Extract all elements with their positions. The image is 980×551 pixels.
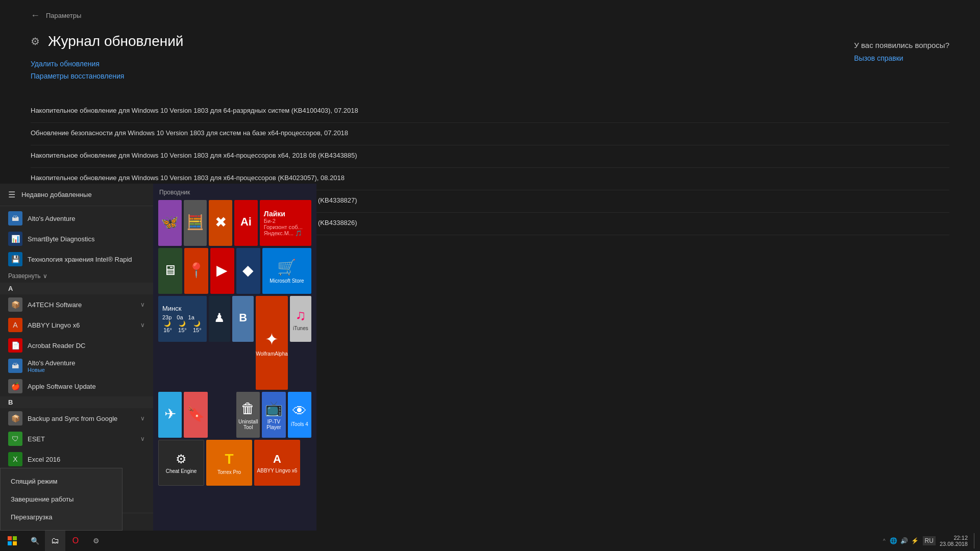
uninstall-icon: 🗑 bbox=[241, 400, 255, 417]
action-links: Удалить обновления Параметры восстановле… bbox=[31, 60, 949, 80]
laiki-title: Лайки bbox=[264, 210, 285, 218]
tile-x-app[interactable]: ✖ bbox=[209, 200, 232, 246]
wolfram-label: WolframAlpha bbox=[256, 351, 288, 357]
app-excel[interactable]: X Excel 2016 bbox=[0, 449, 153, 469]
tile-screen[interactable]: 🖥 bbox=[158, 248, 182, 294]
app-icon: 📦 bbox=[8, 411, 22, 425]
sleep-menu-item[interactable]: Спящий режим bbox=[1, 472, 122, 490]
app-icon: 🍎 bbox=[8, 379, 22, 393]
section-b-header: В bbox=[0, 396, 153, 408]
svg-rect-3 bbox=[13, 541, 17, 545]
tile-uninstall[interactable]: 🗑 Uninstall Tool bbox=[236, 392, 260, 438]
torrex-label: Torrex Pro bbox=[217, 469, 241, 475]
app-altos[interactable]: 🏔 Alto's Adventure bbox=[0, 208, 153, 229]
adobe-icon: Ai bbox=[240, 215, 252, 229]
system-tray-chevron-icon[interactable]: ^ bbox=[883, 538, 886, 544]
tile-maps[interactable]: 📍 bbox=[184, 248, 208, 294]
taskbar-opera-button[interactable]: O bbox=[65, 531, 86, 551]
tiles-row-2: 🖥 📍 ▶ ◆ 🛒 Microsoft Store bbox=[158, 248, 311, 294]
tile-steam[interactable]: ♟ bbox=[209, 296, 230, 342]
app-new-badge: Новые bbox=[28, 367, 76, 373]
right-panel: У вас появились вопросы? Вызов справки bbox=[854, 41, 949, 63]
back-button[interactable]: ← bbox=[31, 10, 40, 21]
app-acrobat[interactable]: 📄 Acrobat Reader DC bbox=[0, 335, 153, 356]
tile-wolfram[interactable]: ✦ WolframAlpha bbox=[256, 296, 288, 390]
tile-weather[interactable]: Минск 23р0а1а 🌙16°🌙15°🌙15° bbox=[158, 296, 207, 342]
remove-updates-link[interactable]: Удалить обновления bbox=[31, 60, 949, 68]
app-a4tech[interactable]: 📦 A4TECH Software ∨ bbox=[0, 294, 153, 315]
app-icon: 📄 bbox=[8, 338, 22, 353]
vk-icon: В bbox=[239, 311, 247, 324]
app-backup[interactable]: 📦 Backup and Sync from Google ∨ bbox=[0, 408, 153, 429]
tile-telegram[interactable]: ✈ bbox=[158, 392, 182, 438]
taskbar-right: ^ 🌐 🔊 ⚡ RU 22:12 23.08.2018 bbox=[883, 533, 980, 548]
abbyy-label: ABBYY Lingvo x6 bbox=[257, 468, 298, 473]
wolfram-spacer bbox=[210, 392, 234, 438]
tile-laiki[interactable]: Лайки Би-2 Горизонт соб... Яндекс.М... 🎵 bbox=[260, 200, 311, 246]
tile-adobe[interactable]: Ai bbox=[234, 200, 258, 246]
iptv-label: IP-TV Player bbox=[262, 419, 285, 430]
app-expand-icon[interactable]: ∨ bbox=[140, 415, 145, 422]
tile-youtube[interactable]: ▶ bbox=[210, 248, 234, 294]
tile-bookmarks[interactable]: 🔖 bbox=[184, 392, 207, 438]
tiles-row-1: 🦋 🧮 ✖ Ai Лайки Би-2 Горизонт соб... Янде… bbox=[158, 200, 311, 246]
show-desktop-button[interactable] bbox=[974, 533, 976, 548]
screen-icon: 🖥 bbox=[163, 262, 177, 279]
app-intel[interactable]: 💾 Технология хранения Intel® Rapid bbox=[0, 249, 153, 269]
app-expand-icon[interactable]: ∨ bbox=[140, 321, 145, 329]
tile-itools[interactable]: 👁 iTools 4 bbox=[288, 392, 311, 438]
app-name: Acrobat Reader DC bbox=[28, 342, 85, 349]
taskbar-file-explorer-button[interactable]: 🗂 bbox=[45, 531, 65, 551]
telegram-icon: ✈ bbox=[164, 406, 176, 422]
tile-vk[interactable]: В bbox=[232, 296, 254, 342]
app-apple[interactable]: 🍎 Apple Software Update bbox=[0, 376, 153, 396]
app-name: Alto's Adventure bbox=[28, 359, 76, 367]
app-name: Backup and Sync from Google bbox=[28, 415, 117, 422]
tile-butterfly[interactable]: 🦋 bbox=[158, 200, 182, 246]
svg-rect-1 bbox=[13, 536, 17, 540]
app-icon: X bbox=[8, 452, 22, 466]
app-icon: 🛡 bbox=[8, 432, 22, 446]
app-smartbyte[interactable]: 📊 SmartByte Diagnostics bbox=[0, 229, 153, 249]
tile-abbyy-lingvo[interactable]: A ABBYY Lingvo x6 bbox=[254, 440, 300, 486]
app-name: ESET bbox=[28, 435, 45, 443]
app-icon: A bbox=[8, 318, 22, 332]
recently-added-label: Недавно добавленные bbox=[21, 191, 92, 198]
youtube-icon: ▶ bbox=[216, 262, 228, 279]
app-eset[interactable]: 🛡 ESET ∨ bbox=[0, 429, 153, 449]
shutdown-menu-item[interactable]: Завершение работы bbox=[1, 490, 122, 508]
app-altos2[interactable]: 🏔 Alto's Adventure Новые bbox=[0, 356, 153, 376]
tile-torrex-pro[interactable]: T Torrex Pro bbox=[206, 440, 252, 486]
start-menu-right: Проводник 🦋 🧮 ✖ Ai Лайки Би-2 Горизонт с… bbox=[153, 184, 316, 531]
app-abbyy[interactable]: A ABBYY Lingvo x6 ∨ bbox=[0, 315, 153, 335]
wolfram-icon: ✦ bbox=[265, 330, 279, 349]
taskbar-clock[interactable]: 22:12 23.08.2018 bbox=[940, 535, 968, 547]
network-icon: 🌐 bbox=[890, 537, 897, 544]
app-name: Технология хранения Intel® Rapid bbox=[28, 256, 132, 263]
tile-calculator[interactable]: 🧮 bbox=[184, 200, 207, 246]
taskbar-settings-button[interactable]: ⚙ bbox=[86, 531, 106, 551]
tile-itunes[interactable]: ♫ iTunes bbox=[290, 296, 311, 342]
app-expand-icon[interactable]: ∨ bbox=[140, 301, 145, 308]
tiles-section-label: Проводник bbox=[158, 189, 311, 196]
tile-ms-store[interactable]: 🛒 Microsoft Store bbox=[262, 248, 311, 294]
recovery-params-link[interactable]: Параметры восстановления bbox=[31, 72, 949, 80]
app-icon: 💾 bbox=[8, 252, 22, 266]
update-item: Обновление безопасности для Windows 10 V… bbox=[31, 123, 949, 145]
right-panel-title: У вас появились вопросы? bbox=[854, 41, 949, 49]
laiki-artist2: Горизонт соб... bbox=[264, 224, 303, 230]
taskbar-search-button[interactable]: 🔍 bbox=[24, 531, 45, 551]
hamburger-icon[interactable]: ☰ bbox=[8, 190, 15, 199]
start-button[interactable] bbox=[0, 531, 24, 551]
restart-menu-item[interactable]: Перезагрузка bbox=[1, 508, 122, 526]
language-indicator[interactable]: RU bbox=[923, 536, 936, 545]
app-name: SmartByte Diagnostics bbox=[28, 235, 95, 243]
tile-cheat-engine[interactable]: ⚙ Cheat Engine bbox=[158, 440, 204, 486]
expand-row[interactable]: Развернуть ∨ bbox=[0, 269, 153, 283]
tile-iptv[interactable]: 📺 IP-TV Player bbox=[262, 392, 285, 438]
app-expand-icon[interactable]: ∨ bbox=[140, 435, 145, 442]
help-link[interactable]: Вызов справки bbox=[854, 54, 903, 62]
file-explorer-icon: 🗂 bbox=[51, 536, 59, 545]
opera-icon: O bbox=[72, 536, 79, 545]
tile-vscode[interactable]: ◆ bbox=[236, 248, 260, 294]
